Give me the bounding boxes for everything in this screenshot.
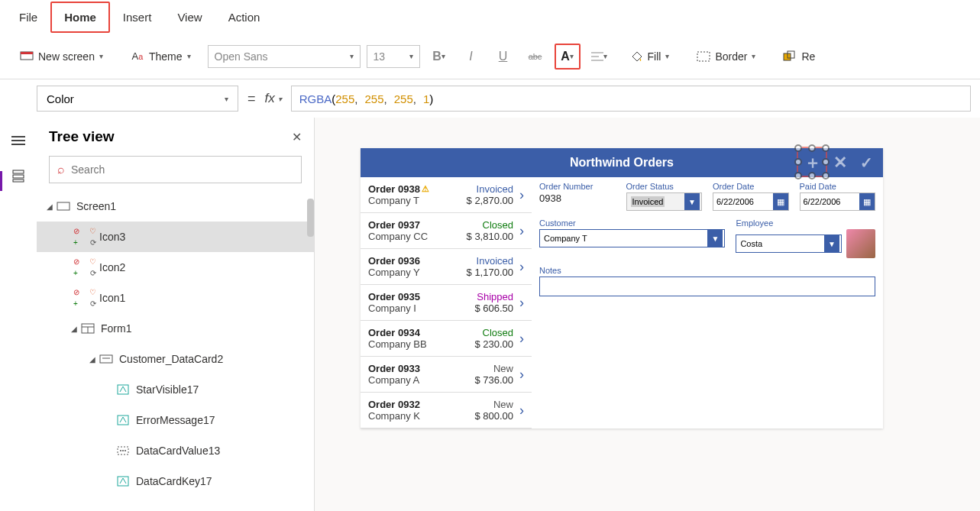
italic-button[interactable]: I [458, 44, 484, 70]
chevron-right-icon: › [519, 223, 524, 239]
font-size-select[interactable]: 13 ▾ [367, 45, 420, 68]
search-box[interactable]: ⌕ [49, 156, 302, 183]
order-date-label: Order Date [713, 182, 789, 191]
customer-label: Customer [539, 218, 725, 228]
order-list[interactable]: Order 0938⚠Company TInvoiced$ 2,870.00›O… [361, 177, 532, 429]
formula-bar: Color ▾ = fx▾ RGBA(255, 255, 255, 1) [0, 79, 980, 118]
order-status-select[interactable]: Invoiced▼ [626, 192, 703, 211]
screen-icon [55, 198, 72, 215]
property-select[interactable]: Color ▾ [37, 86, 238, 112]
menu-view[interactable]: View [164, 2, 215, 32]
paid-date-label: Paid Date [800, 182, 876, 191]
tree-node-icon3[interactable]: ⊘♡+⟳ Icon3 [37, 222, 314, 252]
cancel-button[interactable]: ✕ [826, 149, 854, 176]
submit-button[interactable]: ✓ [852, 149, 880, 176]
left-rail [0, 118, 37, 511]
tree-title: Tree view [49, 128, 115, 145]
menu-file[interactable]: File [6, 2, 50, 32]
hamburger-button[interactable] [9, 131, 27, 150]
formula-input[interactable]: RGBA(255, 255, 255, 1) [291, 86, 971, 112]
caret-collapse-icon[interactable]: ◢ [87, 355, 98, 364]
tree-scroll[interactable]: ◢ Screen1 ⊘♡+⟳ Icon3 ⊘♡+⟳ Icon2 ⊘♡+⟳ Ico… [37, 191, 314, 496]
employee-avatar [846, 229, 875, 258]
border-button[interactable]: Border ▾ [692, 47, 760, 66]
app-title: Northwind Orders [570, 156, 674, 170]
tree-node-screen1[interactable]: ◢ Screen1 [37, 191, 314, 222]
tree-node-datacardkey[interactable]: DataCardKey17 [37, 466, 314, 496]
notes-label: Notes [539, 266, 875, 275]
chevron-right-icon: › [519, 367, 524, 383]
search-input[interactable] [71, 163, 293, 176]
chevron-right-icon: › [519, 331, 524, 347]
chevron-down-icon: ▾ [752, 52, 755, 60]
paid-date-input[interactable]: 6/22/2006▦ [800, 192, 876, 211]
order-list-item[interactable]: Order 0937Company CCClosed$ 3,810.00› [361, 213, 532, 249]
fill-button[interactable]: Fill ▾ [625, 47, 674, 66]
tree-node-starvisible[interactable]: StarVisible17 [37, 374, 314, 405]
underline-button[interactable]: U [490, 44, 516, 70]
tree-node-icon2[interactable]: ⊘♡+⟳ Icon2 [37, 252, 314, 283]
menu-bar: File Home Insert View Action [0, 0, 980, 34]
order-list-item[interactable]: Order 0934Company BBClosed$ 230.00› [361, 321, 532, 357]
new-screen-button[interactable]: New screen ▾ [15, 47, 108, 66]
reorder-button[interactable]: Re [778, 47, 820, 66]
menu-insert[interactable]: Insert [110, 2, 165, 32]
tree-node-datacardvalue[interactable]: DataCardValue13 [37, 435, 314, 466]
theme-label: Theme [149, 50, 183, 63]
reorder-icon [783, 50, 797, 63]
scrollbar-thumb[interactable] [307, 199, 314, 237]
chevron-right-icon: › [519, 295, 524, 311]
order-status-label: Order Status [626, 182, 703, 191]
strikethrough-button[interactable]: abc [522, 44, 548, 70]
order-list-item[interactable]: Order 0936Company YInvoiced$ 1,170.00› [361, 249, 532, 285]
order-list-item[interactable]: Order 0935Company IShipped$ 606.50› [361, 285, 532, 321]
notes-input[interactable] [539, 277, 875, 296]
chevron-down-icon: ▾ [187, 52, 191, 60]
tree-node-icon1[interactable]: ⊘♡+⟳ Icon1 [37, 283, 314, 313]
customer-select[interactable]: Company T▼ [539, 229, 725, 247]
close-pane-button[interactable]: ✕ [292, 130, 302, 144]
border-icon [697, 50, 710, 63]
order-list-item[interactable]: Order 0932Company KNew$ 800.00› [361, 393, 532, 429]
menu-action[interactable]: Action [215, 2, 273, 32]
tree-label: Form1 [101, 322, 131, 335]
canvas[interactable]: Northwind Orders [315, 118, 980, 511]
tree-view-button[interactable] [9, 167, 27, 185]
theme-button[interactable]: Aa Theme ▾ [126, 47, 196, 66]
add-button[interactable]: ＋ [799, 149, 826, 176]
employee-label: Employee [736, 218, 875, 228]
app-preview: Northwind Orders [361, 148, 883, 429]
menu-home[interactable]: Home [50, 2, 110, 33]
tree-node-datacard[interactable]: ◢ Customer_DataCard2 [37, 344, 314, 374]
search-icon: ⌕ [57, 163, 65, 176]
svg-rect-13 [13, 179, 24, 182]
order-date-input[interactable]: 6/22/2006▦ [713, 192, 789, 211]
font-name-select[interactable]: Open Sans ▾ [208, 45, 361, 68]
chevron-right-icon: › [519, 187, 524, 203]
employee-select[interactable]: Costa▼ [736, 234, 842, 253]
svg-rect-14 [57, 202, 70, 210]
font-color-button[interactable]: A▾ [555, 44, 581, 70]
label-icon [115, 412, 131, 429]
tree-label: Icon3 [99, 231, 125, 243]
new-screen-label: New screen [38, 50, 95, 63]
font-name-value: Open Sans [215, 50, 268, 63]
fx-button[interactable]: fx▾ [265, 91, 282, 106]
order-number-value: 0938 [539, 192, 616, 204]
tree-label: Screen1 [76, 200, 116, 212]
tree-node-errormsg[interactable]: ErrorMessage17 [37, 405, 314, 435]
tree-node-form1[interactable]: ◢ Form1 [37, 313, 314, 344]
font-size-value: 13 [374, 50, 386, 63]
svg-point-24 [122, 450, 124, 451]
order-list-item[interactable]: Order 0933Company ANew$ 736.00› [361, 357, 532, 393]
order-list-item[interactable]: Order 0938⚠Company TInvoiced$ 2,870.00› [361, 177, 532, 213]
caret-collapse-icon[interactable]: ◢ [44, 202, 55, 211]
datacard-icon [98, 351, 115, 367]
bold-button[interactable]: B▾ [426, 44, 452, 70]
align-button[interactable]: ▾ [587, 44, 613, 70]
property-value: Color [47, 92, 74, 105]
caret-collapse-icon[interactable]: ◢ [69, 325, 79, 333]
screen-icon [20, 50, 34, 63]
ribbon: New screen ▾ Aa Theme ▾ Open Sans ▾ 13 ▾… [0, 34, 980, 79]
chevron-down-icon: ▾ [99, 52, 103, 60]
